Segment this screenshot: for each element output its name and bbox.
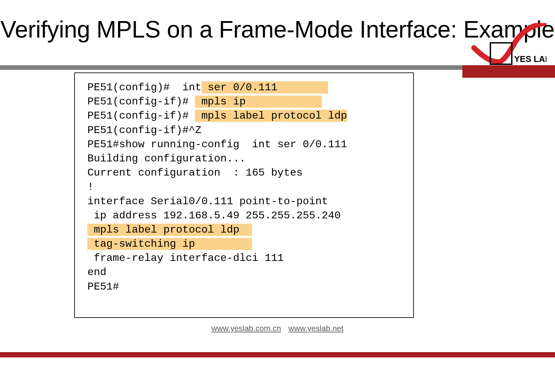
code-line-1: PE51(config)# int ser 0/0.111 [87, 80, 407, 95]
code-line-7: Building configuration... [87, 152, 407, 166]
yeslab-logo: YES LAB [471, 23, 546, 66]
footer-red-bar [0, 352, 555, 357]
footer-link-1[interactable]: www.yeslab.com.cn [211, 324, 281, 333]
code-block: PE51(config)# int ser 0/0.111 PE51(confi… [74, 72, 414, 318]
code-line-16: PE51# [87, 280, 407, 294]
code-line-3: PE51(config-if)# mpls label protocol ldp [87, 109, 407, 123]
code-line-14: frame-relay interface-dlci 111 [87, 251, 407, 265]
code-line-15: end [87, 265, 407, 279]
code-line-11: ip address 192.168.5.49 255.255.255.240 [87, 209, 407, 223]
code-line-13: tag-switching ip [87, 237, 407, 251]
header-red-bar [462, 65, 555, 78]
code-line-8: Current configuration : 165 bytes [87, 166, 407, 180]
code-line-2: PE51(config-if)# mpls ip [87, 95, 407, 109]
code-line-6: PE51#show running-config int ser 0/0.111 [87, 137, 407, 152]
code-line-9: ! [87, 180, 407, 194]
footer-link-2[interactable]: www.yeslab.net [289, 324, 344, 333]
code-line-12: mpls label protocol ldp [87, 223, 407, 237]
code-line-10: interface Serial0/0.111 point-to-point [87, 194, 407, 209]
footer-links: www.yeslab.com.cn www.yeslab.net [0, 324, 555, 333]
code-line-4: PE51(config-if)#^Z [87, 123, 407, 137]
header-gray-bar [0, 65, 462, 70]
logo-text: YES LAB [514, 54, 546, 64]
